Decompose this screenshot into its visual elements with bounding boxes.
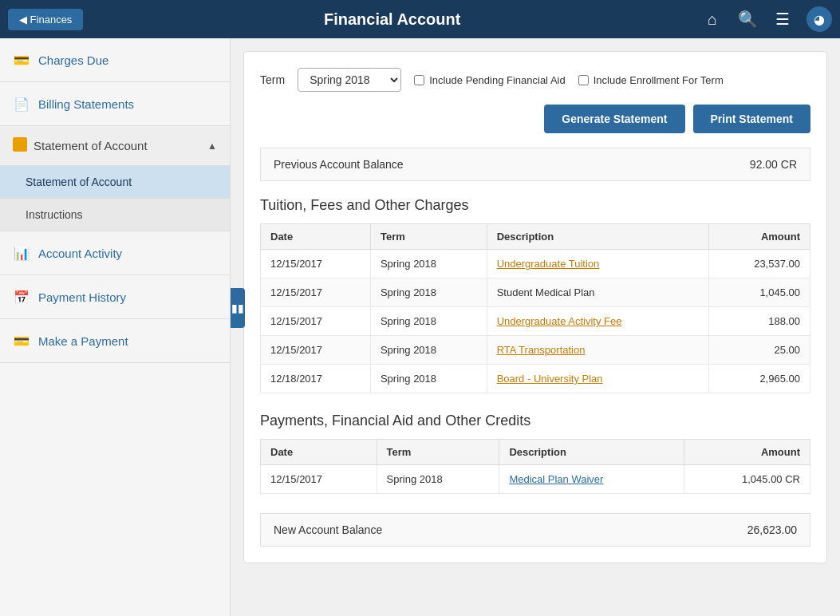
charges-table-header: Date Term Description Amount xyxy=(261,224,810,250)
charge-term-2: Spring 2018 xyxy=(370,307,487,336)
credits-col-term: Term xyxy=(377,440,499,465)
previous-balance-row: Previous Account Balance 92.00 CR xyxy=(260,148,810,181)
previous-balance-amount: 92.00 CR xyxy=(750,158,797,171)
charge-amount-2: 188.00 xyxy=(709,307,810,336)
charges-table: Date Term Description Amount 12/15/2017 … xyxy=(260,223,810,393)
pending-financial-aid-label: Include Pending Financial Aid xyxy=(429,74,566,86)
charges-due-icon: 💳 xyxy=(13,51,30,69)
charge-date-2: 12/15/2017 xyxy=(261,307,371,336)
sidebar-item-make-payment-label: Make a Payment xyxy=(38,334,128,348)
charge-amount-0: 23,537.00 xyxy=(709,250,810,278)
sidebar-item-account-activity-label: Account Activity xyxy=(38,247,122,260)
charge-amount-4: 2,965.00 xyxy=(709,365,810,393)
enrollment-term-checkbox[interactable] xyxy=(578,75,589,85)
enrollment-term-checkbox-group[interactable]: Include Enrollment For Term xyxy=(578,74,724,86)
chevron-up-icon: ▲ xyxy=(207,140,217,152)
sidebar-item-make-payment[interactable]: 💳 Make a Payment xyxy=(0,319,230,363)
sidebar-item-payment-history[interactable]: 📅 Payment History xyxy=(0,275,230,319)
credit-date-0: 12/15/2017 xyxy=(261,465,377,494)
credits-col-amount: Amount xyxy=(684,440,810,465)
print-statement-button[interactable]: Print Statement xyxy=(693,105,810,133)
sidebar-item-billing-label: Billing Statements xyxy=(38,97,134,111)
credit-amount-0: 1,045.00 CR xyxy=(684,465,810,494)
table-row: 12/18/2017 Spring 2018 Board - Universit… xyxy=(261,365,810,393)
pending-financial-aid-checkbox-group[interactable]: Include Pending Financial Aid xyxy=(414,74,566,86)
charge-description-0[interactable]: Undergraduate Tuition xyxy=(487,250,708,278)
enrollment-term-label: Include Enrollment For Term xyxy=(594,74,724,86)
top-nav: ◀ Finances Financial Account ⌂ 🔍 ☰ ◕ xyxy=(0,0,840,38)
nav-icons: ⌂ 🔍 ☰ ◕ xyxy=(701,6,832,32)
charge-description-4[interactable]: Board - University Plan xyxy=(487,365,708,393)
charge-term-3: Spring 2018 xyxy=(370,336,487,365)
charge-date-1: 12/15/2017 xyxy=(261,278,371,307)
charge-term-0: Spring 2018 xyxy=(370,250,487,278)
sidebar-item-charges-due-label: Charges Due xyxy=(38,53,108,67)
main-content: Term Spring 2018 Fall 2017 Summer 2017 I… xyxy=(231,38,840,616)
sidebar-item-billing-statements[interactable]: 📄 Billing Statements xyxy=(0,82,230,126)
credits-table-header: Date Term Description Amount xyxy=(261,440,810,465)
charge-date-3: 12/15/2017 xyxy=(261,336,371,365)
sidebar: 💳 Charges Due 📄 Billing Statements State… xyxy=(0,38,231,616)
search-icon[interactable]: 🔍 xyxy=(736,10,759,29)
term-label: Term xyxy=(260,73,285,86)
charge-amount-1: 1,045.00 xyxy=(709,278,810,307)
sidebar-item-account-activity[interactable]: 📊 Account Activity xyxy=(0,231,230,275)
sidebar-item-statement-expandable[interactable]: Statement of Account ▲ xyxy=(0,126,230,166)
generate-statement-button[interactable]: Generate Statement xyxy=(544,105,684,133)
credits-col-description: Description xyxy=(499,440,684,465)
credits-col-date: Date xyxy=(261,440,377,465)
pending-financial-aid-checkbox[interactable] xyxy=(414,75,424,85)
table-row: 12/15/2017 Spring 2018 Undergraduate Tui… xyxy=(261,250,810,278)
charge-description-1: Student Medical Plan xyxy=(487,278,708,307)
sidebar-sub-statement: Statement of Account Instructions xyxy=(0,166,230,231)
credits-section-title: Payments, Financial Aid and Other Credit… xyxy=(260,413,810,429)
charge-amount-3: 25.00 xyxy=(709,336,810,365)
back-button[interactable]: ◀ Finances xyxy=(8,9,83,30)
sidebar-item-instructions[interactable]: Instructions xyxy=(0,199,230,231)
new-balance-row: New Account Balance 26,623.00 xyxy=(260,513,810,547)
make-payment-icon: 💳 xyxy=(13,332,30,349)
charge-term-4: Spring 2018 xyxy=(370,365,487,393)
menu-icon[interactable]: ☰ xyxy=(771,10,794,29)
button-row: Generate Statement Print Statement xyxy=(260,105,810,133)
sidebar-item-charges-due[interactable]: 💳 Charges Due xyxy=(0,38,230,82)
statement-card: Term Spring 2018 Fall 2017 Summer 2017 I… xyxy=(243,51,827,563)
previous-balance-label: Previous Account Balance xyxy=(274,158,404,171)
charges-col-date: Date xyxy=(261,224,371,250)
account-activity-icon: 📊 xyxy=(13,244,30,262)
home-icon[interactable]: ⌂ xyxy=(701,10,724,29)
charge-term-1: Spring 2018 xyxy=(370,278,487,307)
compass-icon[interactable]: ◕ xyxy=(806,6,832,32)
table-row: 12/15/2017 Spring 2018 Undergraduate Act… xyxy=(261,307,810,336)
credit-term-0: Spring 2018 xyxy=(377,465,499,494)
sidebar-item-statement-of-account[interactable]: Statement of Account xyxy=(0,166,230,199)
billing-statements-icon: 📄 xyxy=(13,95,30,113)
charge-description-2[interactable]: Undergraduate Activity Fee xyxy=(487,307,708,336)
table-row: 12/15/2017 Spring 2018 Medical Plan Waiv… xyxy=(261,465,810,494)
statement-icon xyxy=(13,137,27,154)
credits-table: Date Term Description Amount 12/15/2017 … xyxy=(260,439,810,494)
charges-col-term: Term xyxy=(370,224,487,250)
new-balance-label: New Account Balance xyxy=(274,523,382,536)
main-layout: 💳 Charges Due 📄 Billing Statements State… xyxy=(0,38,840,616)
credit-description-0[interactable]: Medical Plan Waiver xyxy=(499,465,684,494)
term-row: Term Spring 2018 Fall 2017 Summer 2017 I… xyxy=(260,68,810,92)
table-row: 12/15/2017 Spring 2018 Student Medical P… xyxy=(261,278,810,307)
sidebar-collapse-handle[interactable]: ▮▮ xyxy=(231,288,245,328)
page-title: Financial Account xyxy=(83,10,701,29)
charge-description-3[interactable]: RTA Transportation xyxy=(487,336,708,365)
table-row: 12/15/2017 Spring 2018 RTA Transportatio… xyxy=(261,336,810,365)
payment-history-icon: 📅 xyxy=(13,288,30,306)
term-select[interactable]: Spring 2018 Fall 2017 Summer 2017 xyxy=(298,68,401,92)
sidebar-item-statement-label: Statement of Account xyxy=(34,139,207,152)
charge-date-4: 12/18/2017 xyxy=(261,365,371,393)
charge-date-0: 12/15/2017 xyxy=(261,250,371,278)
charges-section-title: Tuition, Fees and Other Charges xyxy=(260,197,810,214)
new-balance-amount: 26,623.00 xyxy=(747,523,797,536)
charges-col-description: Description xyxy=(487,224,708,250)
sidebar-item-payment-history-label: Payment History xyxy=(38,290,126,304)
charges-col-amount: Amount xyxy=(709,224,810,250)
